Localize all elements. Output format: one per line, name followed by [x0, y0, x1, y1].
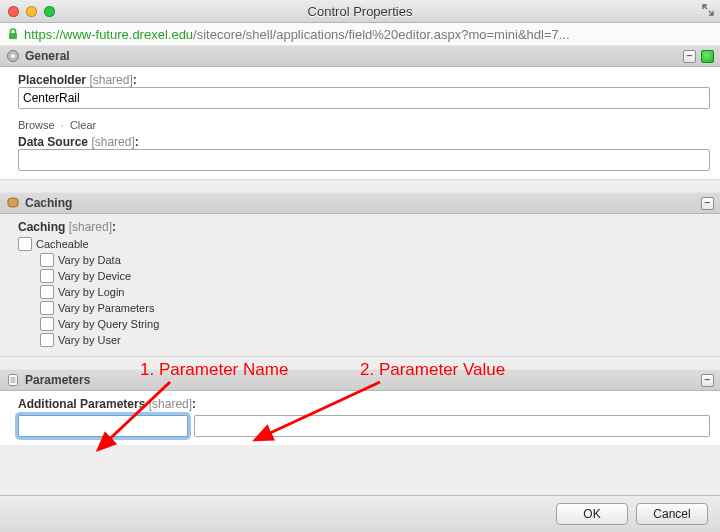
placeholder-shared: [shared]	[89, 73, 132, 87]
lock-icon	[6, 27, 20, 41]
dialog-content: General − Placeholder [shared]: Browse ·…	[0, 45, 720, 496]
collapse-toggle[interactable]: −	[701, 197, 714, 210]
checkbox-cacheable[interactable]: Cacheable	[18, 236, 710, 252]
checkbox-vary-data-label: Vary by Data	[58, 252, 121, 268]
data-source-shared: [shared]	[91, 135, 134, 149]
url-bar: https://www-future.drexel.edu/sitecore/s…	[0, 23, 720, 46]
status-indicator	[701, 50, 714, 63]
data-source-input[interactable]	[18, 149, 710, 171]
data-source-label: Data Source	[18, 135, 88, 149]
url-scheme: https://	[24, 27, 63, 42]
checkbox-vary-device[interactable]: Vary by Device	[40, 268, 710, 284]
dialog-footer: OK Cancel	[0, 495, 720, 532]
browse-link[interactable]: Browse	[18, 119, 55, 131]
link-separator: ·	[61, 119, 64, 131]
section-general-header[interactable]: General −	[0, 45, 720, 67]
section-caching-header[interactable]: Caching −	[0, 192, 720, 214]
database-icon	[6, 196, 20, 210]
checkbox-vary-user[interactable]: Vary by User	[40, 332, 710, 348]
url-host: www-future.drexel.edu	[63, 27, 193, 42]
placeholder-input[interactable]	[18, 87, 710, 109]
caching-shared: [shared]	[69, 220, 112, 234]
url-path: /sitecore/shell/applications/field%20edi…	[193, 27, 570, 42]
window-title: Control Properties	[0, 4, 720, 19]
gear-icon	[6, 49, 20, 63]
popout-icon[interactable]	[702, 4, 714, 16]
additional-parameters-shared: [shared]	[149, 397, 192, 411]
document-icon	[6, 373, 20, 387]
checkbox-vary-login-label: Vary by Login	[58, 284, 124, 300]
checkbox-cacheable-label: Cacheable	[36, 236, 89, 252]
checkbox-vary-login[interactable]: Vary by Login	[40, 284, 710, 300]
checkbox-vary-parameters-label: Vary by Parameters	[58, 300, 154, 316]
section-caching-body: Caching [shared]: Cacheable Vary by Data…	[0, 214, 720, 357]
additional-parameters-label: Additional Parameters	[18, 397, 145, 411]
collapse-toggle[interactable]: −	[701, 374, 714, 387]
clear-link[interactable]: Clear	[70, 119, 96, 131]
svg-rect-0	[9, 33, 17, 39]
checkbox-vary-query-string-label: Vary by Query String	[58, 316, 159, 332]
collapse-toggle[interactable]: −	[683, 50, 696, 63]
section-general-body: Placeholder [shared]: Browse · Clear Dat…	[0, 67, 720, 180]
cancel-button[interactable]: Cancel	[636, 503, 708, 525]
placeholder-label: Placeholder	[18, 73, 86, 87]
parameter-name-input[interactable]	[18, 415, 188, 437]
section-parameters-header[interactable]: Parameters −	[0, 369, 720, 391]
checkbox-vary-user-label: Vary by User	[58, 332, 121, 348]
window-titlebar: Control Properties	[0, 0, 720, 23]
checkbox-vary-parameters[interactable]: Vary by Parameters	[40, 300, 710, 316]
checkbox-vary-data[interactable]: Vary by Data	[40, 252, 710, 268]
parameter-value-input[interactable]	[194, 415, 710, 437]
section-caching-title: Caching	[25, 196, 72, 210]
caching-label: Caching	[18, 220, 65, 234]
svg-point-2	[11, 54, 15, 58]
section-parameters-title: Parameters	[25, 373, 90, 387]
section-parameters-body: Additional Parameters [shared]:	[0, 391, 720, 445]
checkbox-vary-device-label: Vary by Device	[58, 268, 131, 284]
checkbox-vary-query-string[interactable]: Vary by Query String	[40, 316, 710, 332]
section-general-title: General	[25, 49, 70, 63]
ok-button[interactable]: OK	[556, 503, 628, 525]
